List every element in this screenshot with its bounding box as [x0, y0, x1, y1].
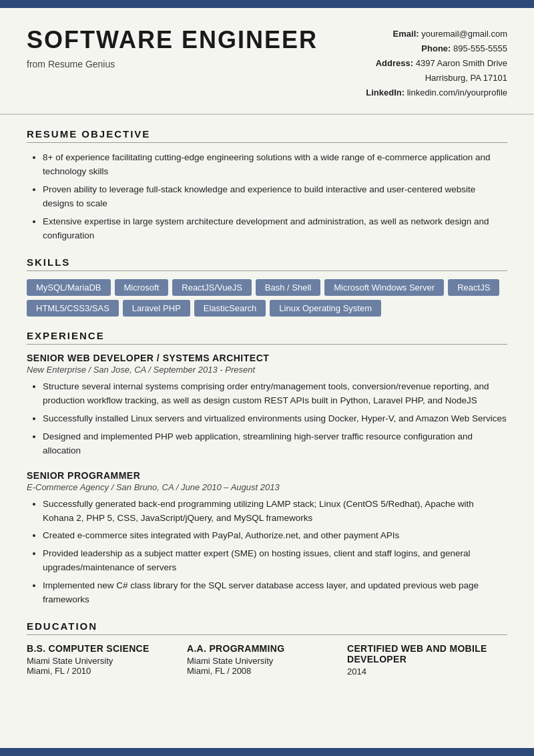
job-item: SENIOR PROGRAMMER E-Commerce Agency / Sa…: [27, 470, 507, 607]
phone-value: 895-555-5555: [453, 43, 507, 53]
list-item: Created e-commerce sites integrated with…: [43, 529, 507, 543]
job-meta: E-Commerce Agency / San Bruno, CA / June…: [27, 482, 507, 492]
list-item: Provided leadership as a subject matter …: [43, 547, 507, 575]
job-title: SENIOR WEB DEVELOPER / SYSTEMS ARCHITECT: [27, 353, 507, 363]
email-label: Email:: [393, 29, 419, 39]
edu-detail: Miami, FL / 2010: [27, 666, 187, 676]
list-item: Successfully installed Linux servers and…: [43, 412, 507, 426]
list-item: Successfully generated back-end programm…: [43, 498, 507, 526]
resume-title: SOFTWARE ENGINEER: [27, 27, 366, 53]
header-left: SOFTWARE ENGINEER from Resume Genius: [27, 27, 366, 69]
top-bar: [0, 0, 534, 8]
list-item: Extensive expertise in large system arch…: [43, 215, 507, 243]
job-bullets: Structure several internal systems compr…: [27, 380, 507, 458]
edu-degree: A.A. PROGRAMMING: [187, 643, 347, 654]
list-item: Structure several internal systems compr…: [43, 380, 507, 408]
address-label: Address:: [376, 58, 413, 68]
education-section: EDUCATION B.S. COMPUTER SCIENCE Miami St…: [27, 620, 507, 677]
objective-section: RESUME OBJECTIVE 8+ of experience facili…: [27, 128, 507, 243]
address-line1: 4397 Aaron Smith Drive: [416, 58, 507, 68]
linkedin-line: LinkedIn: linkedin.com/in/yourprofile: [366, 85, 507, 100]
skill-badge: MySQL/MariaDB: [27, 279, 111, 296]
skill-badge: HTML5/CSS3/SAS: [27, 300, 119, 317]
email-line: Email: youremail@gmail.com: [366, 27, 507, 41]
experience-title: EXPERIENCE: [27, 330, 507, 345]
edu-school: Miami State University: [187, 656, 347, 666]
linkedin-label: LinkedIn:: [366, 87, 405, 98]
list-item: 8+ of experience facilitating cutting-ed…: [43, 151, 507, 179]
edu-item: A.A. PROGRAMMING Miami State University …: [187, 643, 347, 677]
edu-detail: 2014: [347, 667, 507, 677]
main-content: RESUME OBJECTIVE 8+ of experience facili…: [0, 128, 534, 697]
email-value: youremail@gmail.com: [421, 29, 507, 39]
objective-title: RESUME OBJECTIVE: [27, 128, 507, 143]
resume-subtitle: from Resume Genius: [27, 59, 366, 69]
skill-badge: Bash / Shell: [256, 279, 320, 296]
skill-badge: Linux Operating System: [270, 300, 381, 317]
education-title: EDUCATION: [27, 620, 507, 635]
phone-line: Phone: 895-555-5555: [366, 41, 507, 56]
skills-title: SKILLS: [27, 256, 507, 271]
edu-item: B.S. COMPUTER SCIENCE Miami State Univer…: [27, 643, 187, 677]
skill-badge: Laravel PHP: [123, 300, 190, 317]
edu-school: Miami State University: [27, 656, 187, 666]
skill-badge: ReactJS/VueJS: [172, 279, 252, 296]
job-bullets: Successfully generated back-end programm…: [27, 498, 507, 607]
skill-badge: Microsoft Windows Server: [324, 279, 444, 296]
education-grid: B.S. COMPUTER SCIENCE Miami State Univer…: [27, 643, 507, 677]
experience-section: EXPERIENCE SENIOR WEB DEVELOPER / SYSTEM…: [27, 330, 507, 607]
edu-degree: B.S. COMPUTER SCIENCE: [27, 643, 187, 654]
skill-badge: ReactJS: [448, 279, 499, 296]
edu-degree: CERTIFIED WEB AND MOBILE DEVELOPER: [347, 643, 507, 665]
address-line: Address: 4397 Aaron Smith Drive Harrisbu…: [366, 56, 507, 85]
job-item: SENIOR WEB DEVELOPER / SYSTEMS ARCHITECT…: [27, 353, 507, 458]
list-item: Designed and implemented PHP web applica…: [43, 430, 507, 458]
job-title: SENIOR PROGRAMMER: [27, 470, 507, 481]
job-meta: New Enterprise / San Jose, CA / Septembe…: [27, 365, 507, 375]
list-item: Proven ability to leverage full-stack kn…: [43, 183, 507, 211]
linkedin-value: linkedin.com/in/yourprofile: [407, 87, 507, 98]
resume-document: SOFTWARE ENGINEER from Resume Genius Ema…: [0, 0, 534, 756]
skill-badge: Microsoft: [115, 279, 169, 296]
list-item: Implemented new C# class library for the…: [43, 579, 507, 607]
header-section: SOFTWARE ENGINEER from Resume Genius Ema…: [0, 8, 534, 115]
bottom-bar: [0, 748, 534, 756]
address-line2: Harrisburg, PA 17101: [425, 73, 507, 83]
skills-grid: MySQL/MariaDB Microsoft ReactJS/VueJS Ba…: [27, 279, 507, 317]
edu-detail: Miami, FL / 2008: [187, 666, 347, 676]
edu-item: CERTIFIED WEB AND MOBILE DEVELOPER 2014: [347, 643, 507, 677]
objective-list: 8+ of experience facilitating cutting-ed…: [27, 151, 507, 243]
skill-badge: ElasticSearch: [194, 300, 266, 317]
skills-section: SKILLS MySQL/MariaDB Microsoft ReactJS/V…: [27, 256, 507, 317]
header-contact: Email: youremail@gmail.com Phone: 895-55…: [366, 27, 507, 100]
phone-label: Phone:: [421, 43, 451, 53]
